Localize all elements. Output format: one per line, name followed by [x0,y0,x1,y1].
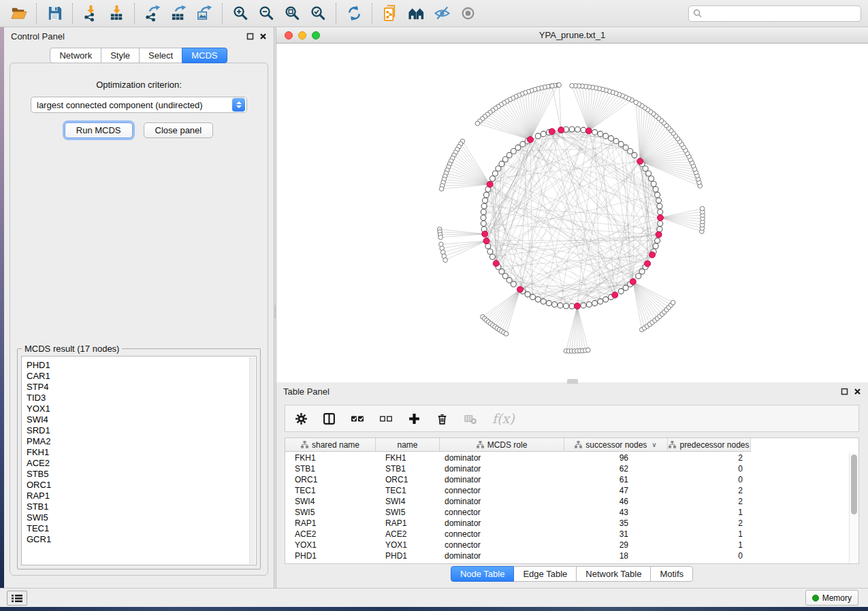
first-neighbors-button[interactable] [403,2,429,25]
mcds-list-item[interactable]: TID3 [27,393,256,403]
mcds-list-scrollbar[interactable] [249,357,255,564]
task-history-button[interactable] [7,591,27,606]
mcds-list-item[interactable]: ACE2 [27,458,256,469]
tab-style[interactable]: Style [101,48,140,63]
close-panel-button[interactable]: Close panel [144,122,214,138]
zoom-fit-button[interactable] [279,2,305,25]
export-network-icon [144,5,161,22]
deselect-all-rows-button[interactable] [379,412,393,425]
mcds-list-item[interactable]: ORC1 [27,480,256,491]
table-row[interactable]: RAP1RAP1dominator352 [285,518,849,529]
delete-column-button[interactable] [436,412,449,425]
float-panel-icon[interactable] [246,33,254,40]
table-options-gear-button[interactable] [295,412,308,425]
toolbar-separator [372,3,372,24]
node-table-scrollbar[interactable] [849,452,858,563]
network-window-titlebar[interactable]: YPA_prune.txt_1 [276,27,868,44]
sort-indicator-icon[interactable]: ∨ [652,441,656,448]
tab-edge-table[interactable]: Edge Table [513,566,577,582]
export-table-button[interactable] [165,2,191,25]
table-row[interactable]: SWI4SWI4dominator462 [285,496,849,507]
float-table-panel-icon[interactable] [841,388,848,395]
splitter-grip[interactable] [274,305,276,318]
close-table-panel-icon[interactable] [854,388,861,395]
cell-predecessor-nodes: 0 [668,550,751,561]
table-row[interactable]: SWI5SWI5connector431 [285,507,849,518]
delete-column-icon [436,412,449,425]
mcds-hub-node [630,279,636,285]
export-image-button[interactable] [191,2,217,25]
mcds-list-item[interactable]: CAR1 [27,371,256,382]
add-column-button[interactable] [408,412,421,425]
mcds-list-item[interactable]: SRD1 [27,425,256,436]
tab-select[interactable]: Select [139,48,182,63]
tab-mcds[interactable]: MCDS [182,48,227,63]
zoom-selected-button[interactable] [305,2,331,25]
network-canvas[interactable] [276,44,868,382]
network-graph[interactable] [276,44,868,382]
mcds-result-list[interactable]: PHD1CAR1STP4TID3YOX1SWI4SRD1PMA2FKH1ACE2… [21,356,257,565]
mcds-hub-node [612,292,618,298]
mcds-list-item[interactable]: SWI4 [27,414,256,425]
table-row[interactable]: FKH1FKH1dominator962 [285,452,849,463]
mcds-list-item[interactable]: SWI5 [27,512,256,523]
mcds-list-item[interactable]: PHD1 [27,360,256,371]
mcds-list-item[interactable]: STP4 [27,382,256,393]
delete-table-button [464,412,477,425]
export-image-icon [196,5,213,22]
select-all-rows-button[interactable] [351,412,364,425]
import-network-button[interactable] [78,2,103,25]
table-options-gear-icon [295,412,308,425]
refresh-layout-button[interactable] [341,2,367,25]
table-row[interactable]: ACE2ACE2connector311 [285,529,849,540]
show-all-button[interactable] [455,2,481,25]
mcds-list-item[interactable]: STB1 [27,501,256,512]
import-table-button[interactable] [103,2,129,25]
search-input[interactable] [702,7,861,20]
zoom-in-button[interactable] [227,2,253,25]
new-network-from-selection-button[interactable] [377,2,403,25]
cell-shared-name: YOX1 [285,540,376,550]
table-split-grip[interactable] [567,380,578,384]
tab-node-table[interactable]: Node Table [451,566,515,582]
zoom-in-icon [232,5,249,22]
table-row[interactable]: YOX1YOX1connector291 [285,540,849,550]
cell-name: PHD1 [376,550,440,561]
zoom-out-button[interactable] [253,2,279,25]
mcds-list-item[interactable]: TEC1 [27,523,256,534]
hide-selected-icon [434,5,451,22]
table-row[interactable]: PHD1PHD1dominator180 [285,550,849,561]
run-mcds-button[interactable]: Run MCDS [65,122,133,138]
cell-shared-name: TEC1 [285,485,376,496]
save-session-icon [46,5,63,22]
open-file-button[interactable] [5,2,31,25]
mcds-list-item[interactable]: YOX1 [27,403,256,414]
search-box[interactable] [688,5,861,22]
column-header-predecessor-nodes[interactable]: predecessor nodes [668,438,751,451]
mcds-list-item[interactable]: STB5 [27,469,256,480]
column-header-successor-nodes[interactable]: successor nodes∨ [564,438,668,451]
column-header-MCDS-role[interactable]: MCDS role [440,438,564,451]
table-row[interactable]: ORC1ORC1dominator610 [285,474,849,485]
tab-network[interactable]: Network [50,48,101,63]
tab-network-table[interactable]: Network Table [576,566,651,582]
tab-motifs[interactable]: Motifs [650,566,693,582]
mcds-list-item[interactable]: RAP1 [27,491,256,501]
save-session-button[interactable] [42,2,67,25]
criterion-dropdown[interactable]: largest connected component (undirected) [31,97,247,113]
node-table-scroll-thumb[interactable] [851,455,857,514]
column-header-shared-name[interactable]: shared name [285,438,376,451]
mcds-list-item[interactable]: GCR1 [27,534,256,545]
export-network-button[interactable] [140,2,165,25]
table-row[interactable]: STB1STB1dominator620 [285,463,849,474]
hide-selected-button[interactable] [429,2,455,25]
mcds-list-item[interactable]: PMA2 [27,436,256,447]
mcds-list-item[interactable]: FKH1 [27,447,256,458]
memory-button[interactable]: Memory [805,590,858,606]
show-columns-button[interactable] [323,412,336,425]
table-row[interactable]: TEC1TEC1connector472 [285,485,849,496]
column-header-name[interactable]: name [376,438,440,451]
zoom-selected-icon [310,5,327,22]
close-panel-icon[interactable] [259,33,267,40]
cell-successor-nodes: 31 [564,529,668,540]
